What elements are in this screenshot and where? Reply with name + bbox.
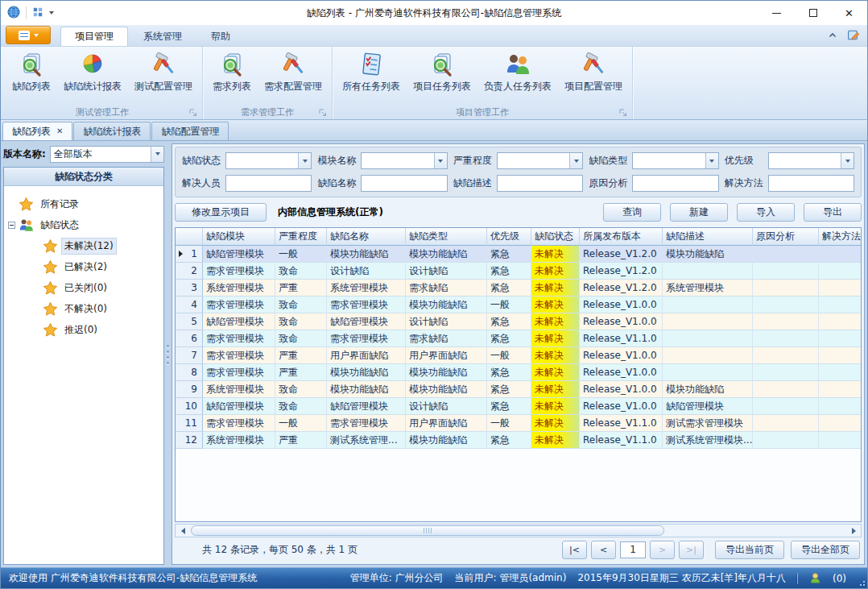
cell-name[interactable]: 模块功能缺陷	[327, 246, 406, 263]
chevron-down-icon[interactable]	[151, 147, 163, 162]
cell-module[interactable]: 系统管理模块	[203, 381, 275, 398]
filter-defect-desc-input[interactable]	[497, 175, 583, 192]
cell-status[interactable]: 未解决	[531, 381, 580, 398]
application-menu-button[interactable]	[6, 26, 51, 44]
chevron-down-icon[interactable]	[841, 153, 854, 168]
cell-release[interactable]: Release_V1.0.0	[580, 364, 663, 381]
help-icon[interactable]	[847, 28, 861, 42]
table-row[interactable]: 3系统管理模块严重系统管理模块需求缺陷紧急未解决Release_V1.2.0系统…	[176, 280, 862, 297]
cell-priority[interactable]: 紧急	[487, 246, 531, 263]
cell-cause[interactable]	[753, 347, 819, 364]
cell-cause[interactable]	[753, 280, 819, 297]
chevron-down-icon[interactable]	[434, 153, 447, 168]
table-row[interactable]: 4需求管理模块致命需求管理模块模块功能缺陷一般未解决Release_V1.0.0	[176, 297, 862, 313]
row-number[interactable]: 9	[176, 381, 203, 398]
filter-severity-combo[interactable]	[497, 152, 583, 169]
cell-name[interactable]: 用户界面缺陷	[327, 347, 406, 364]
project-tasks-list-button[interactable]: 项目任务列表	[407, 49, 477, 95]
cell-release[interactable]: Release_V1.0.0	[580, 347, 663, 364]
cell-priority[interactable]: 一般	[487, 297, 531, 313]
online-users-icon[interactable]	[809, 572, 821, 584]
tab-defect-config[interactable]: 缺陷配置管理	[151, 122, 229, 140]
tree-item-unresolved[interactable]: 未解决(12)	[6, 235, 162, 256]
cell-desc[interactable]	[663, 330, 753, 347]
tree-item-not-resolve[interactable]: 不解决(0)	[6, 298, 162, 319]
cell-release[interactable]: Release_V1.0.0	[580, 313, 663, 330]
sidebar-splitter[interactable]	[164, 143, 172, 565]
tree-item-all-records[interactable]: 所有记录	[6, 193, 162, 214]
chevron-down-icon[interactable]	[569, 153, 582, 168]
owner-tasks-list-button[interactable]: 负责人任务列表	[478, 49, 557, 95]
requirement-config-mgmt-button[interactable]: 需求配置管理	[258, 49, 328, 95]
cell-solution[interactable]	[819, 364, 862, 381]
table-row[interactable]: 1缺陷管理模块一般模块功能缺陷模块功能缺陷紧急未解决Release_V1.2.0…	[176, 246, 862, 263]
row-number[interactable]: 11	[176, 415, 203, 432]
cell-name[interactable]: 缺陷管理模块	[327, 398, 406, 415]
project-config-mgmt-button[interactable]: 项目配置管理	[559, 49, 628, 95]
cell-status[interactable]: 未解决	[531, 263, 580, 280]
column-header[interactable]: 缺陷描述	[663, 228, 753, 246]
cell-desc[interactable]	[663, 297, 753, 313]
row-number[interactable]: 1	[176, 246, 203, 263]
cell-type[interactable]: 需求缺陷	[406, 280, 487, 297]
cell-desc[interactable]	[663, 263, 753, 280]
cell-solution[interactable]	[819, 347, 862, 364]
row-number[interactable]: 8	[176, 364, 203, 381]
dialog-launcher-icon[interactable]	[619, 108, 627, 116]
column-header[interactable]: 优先级	[487, 228, 531, 246]
column-header[interactable]: 缺陷类型	[406, 228, 487, 246]
export-all-pages-button[interactable]: 导出全部页	[791, 541, 860, 559]
import-button[interactable]: 导入	[737, 203, 795, 222]
row-number[interactable]: 7	[176, 347, 203, 364]
cell-release[interactable]: Release_V1.1.0	[580, 415, 663, 432]
cell-severity[interactable]: 致命	[275, 330, 327, 347]
cell-module[interactable]: 缺陷管理模块	[203, 313, 275, 330]
ribbon-tab-help[interactable]: 帮助	[197, 27, 244, 46]
cell-solution[interactable]	[819, 381, 862, 398]
cell-cause[interactable]	[753, 330, 819, 347]
cell-release[interactable]: Release_V1.1.0	[580, 330, 663, 347]
next-page-button[interactable]: >	[650, 541, 675, 559]
cell-module[interactable]: 系统管理模块	[203, 280, 275, 297]
cell-severity[interactable]: 严重	[275, 432, 327, 449]
tab-defect-stats[interactable]: 缺陷统计报表	[73, 122, 151, 140]
quick-access-grid-icon[interactable]	[32, 6, 43, 20]
chevron-down-icon[interactable]	[298, 153, 311, 168]
ribbon-tab-system-mgmt[interactable]: 系统管理	[130, 27, 196, 46]
cell-cause[interactable]	[753, 364, 819, 381]
table-row[interactable]: 2需求管理模块致命设计缺陷设计缺陷紧急未解决Release_V1.2.0	[176, 263, 862, 280]
defect-stats-report-button[interactable]: 缺陷统计报表	[58, 49, 127, 95]
cell-status[interactable]: 未解决	[531, 330, 580, 347]
cell-cause[interactable]	[753, 313, 819, 330]
cell-solution[interactable]	[819, 263, 862, 280]
tree-item-closed[interactable]: 已关闭(0)	[6, 277, 162, 298]
version-combo[interactable]: 全部版本	[50, 146, 164, 163]
cell-module[interactable]: 需求管理模块	[203, 364, 275, 381]
first-page-button[interactable]: |<	[562, 541, 587, 559]
cell-status[interactable]: 未解决	[531, 364, 580, 381]
row-number[interactable]: 3	[176, 280, 203, 297]
column-header[interactable]: 解决方法	[819, 228, 862, 246]
dialog-launcher-icon[interactable]	[319, 108, 327, 116]
cell-desc[interactable]: 缺陷管理模块	[663, 398, 753, 415]
cell-severity[interactable]: 一般	[275, 246, 327, 263]
cell-priority[interactable]: 紧急	[487, 432, 531, 449]
row-number[interactable]: 4	[176, 297, 203, 313]
table-row[interactable]: 10缺陷管理模块致命缺陷管理模块设计缺陷紧急未解决Release_V1.0.0缺…	[176, 398, 862, 415]
scroll-left-icon[interactable]	[176, 525, 189, 537]
new-button[interactable]: 新建	[670, 203, 728, 222]
prev-page-button[interactable]: <	[591, 541, 616, 559]
cell-name[interactable]: 需求管理模块	[327, 330, 406, 347]
cell-priority[interactable]: 紧急	[487, 398, 531, 415]
cell-module[interactable]: 需求管理模块	[203, 297, 275, 313]
table-row[interactable]: 12系统管理模块严重测试系统管理...模块功能缺陷紧急未解决Release_V1…	[176, 432, 862, 449]
cell-release[interactable]: Release_V1.0.0	[580, 398, 663, 415]
filter-resolver-input[interactable]	[225, 175, 312, 192]
cell-type[interactable]: 用户界面缺陷	[406, 415, 487, 432]
dialog-launcher-icon[interactable]	[189, 108, 197, 116]
cell-type[interactable]: 模块功能缺陷	[406, 432, 487, 449]
table-row[interactable]: 8需求管理模块严重模块功能缺陷模块功能缺陷紧急未解决Release_V1.0.0	[176, 364, 862, 381]
cell-name[interactable]: 系统管理模块	[327, 280, 406, 297]
table-row[interactable]: 5缺陷管理模块致命缺陷管理模块设计缺陷紧急未解决Release_V1.0.0	[176, 313, 862, 330]
column-header[interactable]: 所属发布版本	[580, 228, 663, 246]
